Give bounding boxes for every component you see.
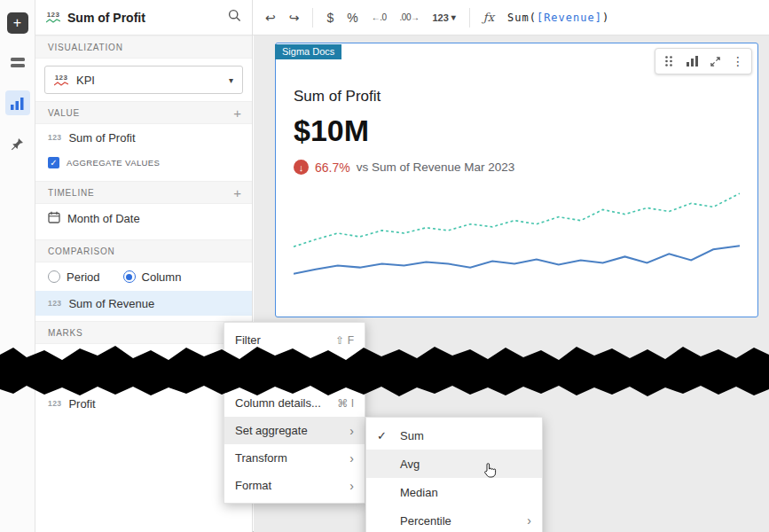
radio-column[interactable]: Column [123, 270, 182, 284]
add-value-button[interactable]: + [233, 106, 241, 121]
redo-icon[interactable]: ↪ [289, 11, 300, 25]
menu-shortcut: ⌘ I [337, 397, 354, 410]
menu-shortcut: ⇧ F [335, 334, 354, 347]
aggregate-values-row: ✓ AGGREGATE VALUES [35, 151, 252, 174]
number-type-icon: 123 [48, 399, 61, 408]
chart-type-icon[interactable] [680, 51, 703, 72]
kpi-element-card[interactable]: Sigma Docs [275, 43, 758, 317]
redacted-menu-items [224, 354, 365, 389]
section-value: VALUE + [35, 101, 252, 124]
format-toolbar: ↩ ↪ $ % ←.0 .00→ 123 ▾ ƒx Sum([Revenue]) [253, 0, 769, 35]
kpi-change-row: ↓ 66.7% vs Sum of Revenue Mar 2023 [294, 160, 740, 175]
panel-header: 123 Sum of Profit [35, 0, 252, 35]
menu-item-transform[interactable]: Transform › [224, 444, 365, 472]
add-element-button[interactable]: + [7, 12, 28, 34]
section-visualization: VISUALIZATION [35, 35, 252, 59]
radio-period[interactable]: Period [48, 270, 100, 284]
element-title: Sum of Profit [67, 11, 221, 25]
menu-item-format[interactable]: Format › [224, 472, 365, 499]
kpi-title: Sum of Profit [294, 88, 740, 106]
formula-bar[interactable]: Sum([Revenue]) [507, 12, 757, 24]
kpi-element-icon: 123 [46, 12, 60, 23]
menu-item-column-details[interactable]: Column details... ⌘ I [224, 389, 365, 417]
radio-period-circle[interactable] [48, 270, 60, 283]
aggregate-label: AGGREGATE VALUES [67, 158, 160, 168]
set-aggregate-submenu: ✓ Sum Avg Median Percentile › [365, 417, 543, 532]
search-icon[interactable] [228, 9, 241, 26]
section-marks: MARKS [35, 321, 252, 344]
submenu-item-label: Percentile [400, 514, 451, 528]
check-icon: ✓ [377, 429, 387, 442]
maximize-icon[interactable] [703, 51, 726, 72]
icon-rail: + [0, 0, 35, 532]
currency-format-icon[interactable]: $ [326, 11, 333, 25]
comparison-line-series [294, 193, 740, 246]
number-format-label: 123 [432, 12, 448, 23]
submenu-item-label: Sum [400, 429, 424, 442]
toolbar-divider [312, 8, 313, 27]
menu-item-label: Transform [235, 451, 287, 465]
formula-close: ) [602, 12, 609, 24]
marks-column-pill[interactable]: 123 Profit [35, 390, 252, 417]
menu-item-label: Format [235, 479, 271, 492]
kebab-menu-icon[interactable]: ⋮ [726, 51, 749, 72]
calendar-icon [48, 211, 60, 226]
fx-icon[interactable]: ƒx [483, 11, 494, 24]
percent-format-icon[interactable]: % [347, 11, 357, 25]
timeline-column-pill[interactable]: Month of Date [35, 204, 252, 232]
value-column-label: Sum of Profit [68, 131, 135, 145]
visualization-label: VISUALIZATION [48, 43, 123, 52]
arrow-down-icon: ↓ [294, 160, 309, 175]
submenu-item-label: Avg [400, 458, 420, 471]
submenu-item-label: Median [400, 486, 438, 499]
value-column-pill[interactable]: 123 Sum of Profit [35, 124, 252, 151]
pin-icon[interactable] [5, 131, 30, 156]
aggregate-checkbox[interactable]: ✓ [48, 157, 59, 168]
add-timeline-button[interactable]: + [233, 185, 241, 200]
toolbar-divider [469, 8, 470, 27]
marks-label: MARKS [48, 328, 83, 338]
submenu-item-sum[interactable]: ✓ Sum [366, 421, 542, 450]
chevron-right-icon: › [349, 479, 354, 493]
element-format-panel-icon[interactable] [5, 90, 30, 115]
number-type-icon: 123 [48, 299, 61, 308]
value-label: VALUE [48, 108, 80, 118]
radio-column-label: Column [142, 270, 182, 284]
submenu-item-avg[interactable]: Avg [366, 450, 542, 478]
kpi-value: $10M [294, 113, 740, 148]
left-panel: 123 Sum of Profit VISUALIZATION 123 KPI [35, 0, 253, 532]
primary-line-series [294, 246, 740, 274]
change-percent: 66.7% [315, 160, 350, 175]
section-timeline: TIMELINE + [35, 181, 252, 204]
menu-item-label: Set aggregate [235, 424, 308, 437]
marks-column-label: Profit [68, 397, 95, 411]
drag-handle-icon[interactable] [657, 51, 680, 72]
decrease-decimal-icon[interactable]: ←.0 [372, 12, 387, 22]
submenu-item-percentile[interactable]: Percentile › [366, 506, 542, 532]
column-context-menu: Filter ⇧ F Column details... ⌘ I Set agg… [224, 322, 365, 504]
chevron-right-icon: › [527, 513, 531, 528]
timeline-column-label: Month of Date [67, 212, 140, 225]
timeline-label: TIMELINE [48, 188, 95, 198]
comparison-label: COMPARISON [48, 246, 115, 256]
increase-decimal-icon[interactable]: .00→ [400, 12, 420, 22]
menu-item-filter[interactable]: Filter ⇧ F [224, 326, 365, 354]
viz-type-value: KPI [76, 74, 221, 87]
menu-item-set-aggregate[interactable]: Set aggregate › [224, 417, 365, 444]
formula-column-ref: [Revenue] [537, 12, 602, 24]
pages-panel-icon[interactable] [5, 50, 30, 74]
viz-picker-wrap: 123 KPI ▾ [35, 59, 252, 101]
change-description: vs Sum of Revenue Mar 2023 [357, 160, 515, 174]
number-type-icon: 123 [48, 133, 61, 142]
element-toolbar: ⋮ [655, 48, 752, 74]
viz-type-dropdown[interactable]: 123 KPI ▾ [44, 66, 243, 94]
comparison-column-pill[interactable]: 123 Sum of Revenue [35, 291, 252, 316]
radio-column-circle[interactable] [123, 270, 136, 283]
sigma-docs-badge: Sigma Docs [275, 44, 341, 59]
kpi-type-icon: 123 [54, 74, 68, 86]
section-comparison: COMPARISON [35, 239, 252, 262]
submenu-item-median[interactable]: Median [366, 478, 542, 506]
number-format-dropdown[interactable]: 123 ▾ [432, 12, 455, 23]
comparison-column-label: Sum of Revenue [68, 297, 154, 310]
undo-icon[interactable]: ↩ [265, 11, 276, 25]
